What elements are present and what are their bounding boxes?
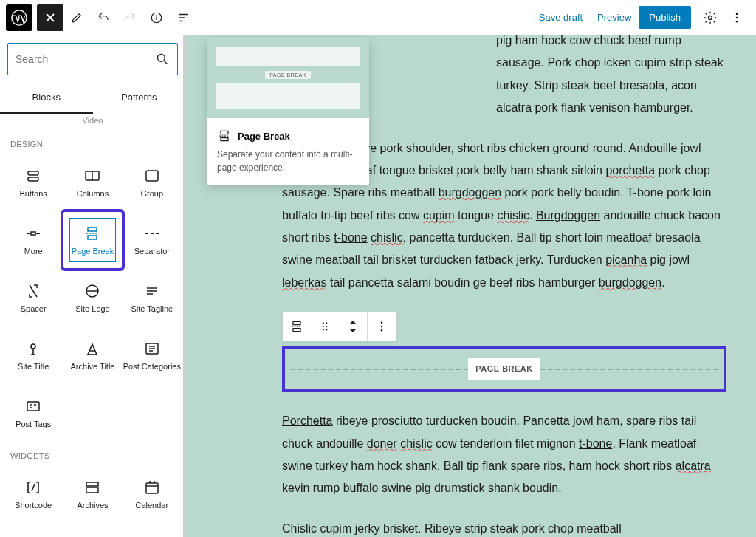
svg-point-23 — [323, 329, 324, 331]
block-type-button[interactable] — [283, 312, 311, 341]
archives-icon — [83, 477, 101, 498]
block-tile-archives[interactable]: Archives — [63, 466, 121, 522]
svg-point-27 — [381, 329, 382, 331]
svg-point-20 — [326, 323, 327, 324]
block-tile-site-logo[interactable]: Site Logo — [63, 270, 121, 326]
block-tile-archive-title[interactable]: Archive Title — [63, 327, 121, 383]
columns-icon — [83, 165, 101, 186]
tab-patterns[interactable]: Patterns — [93, 83, 186, 114]
pencil-icon — [70, 11, 83, 24]
svg-point-13 — [31, 344, 35, 349]
block-tile-label: Columns — [77, 189, 109, 199]
block-tile-spacer[interactable]: Spacer — [4, 270, 62, 326]
svg-point-3 — [736, 13, 738, 14]
svg-point-21 — [323, 326, 324, 327]
settings-button[interactable] — [697, 10, 724, 25]
block-tile-label: Group — [141, 189, 164, 199]
svg-rect-18 — [146, 483, 158, 493]
svg-rect-8 — [28, 177, 38, 181]
info-icon — [150, 11, 163, 24]
widgets-grid: Shortcode Archives Calendar — [4, 466, 181, 522]
block-tile-label: More — [24, 247, 43, 256]
design-grid: Buttons Columns Group More Pa — [4, 154, 181, 441]
editor-topbar: Save draft Preview Publish — [0, 0, 756, 35]
block-tile-site-title[interactable]: Site Title — [4, 327, 62, 383]
undo-button[interactable] — [90, 4, 117, 31]
paragraph-block[interactable]: Chislic cupim jerky brisket. Ribeye stri… — [282, 518, 726, 537]
site-logo-icon — [83, 281, 101, 301]
post-tags-icon — [24, 396, 42, 417]
block-tile-label: Post Categories — [123, 362, 181, 372]
block-tile-label: Shortcode — [15, 501, 52, 510]
svg-rect-7 — [28, 171, 38, 175]
section-design-label: DESIGN — [4, 129, 181, 154]
block-tile-calendar[interactable]: Calendar — [123, 466, 181, 522]
more-icon — [24, 223, 42, 244]
page-break-block[interactable]: PAGE BREAK — [282, 346, 726, 392]
site-tagline-icon — [143, 281, 161, 301]
close-inserter-button[interactable] — [37, 4, 63, 31]
block-tile-label: Site Tagline — [131, 304, 173, 314]
spacer-icon — [24, 281, 42, 301]
site-title-icon — [24, 338, 42, 359]
shortcode-icon — [24, 477, 42, 498]
block-preview-popover: PAGE BREAK Page Break Separate your cont… — [207, 38, 369, 185]
gear-icon — [703, 10, 718, 25]
save-draft-link[interactable]: Save draft — [532, 12, 590, 23]
block-tile-shortcode[interactable]: Shortcode — [4, 466, 62, 522]
block-options-button[interactable] — [368, 312, 396, 341]
block-tile-label: Page Break — [72, 247, 114, 256]
block-tile-page-break[interactable]: Page Break — [63, 212, 121, 268]
block-toolbar — [282, 312, 397, 341]
separator-icon — [143, 223, 161, 244]
buttons-icon — [24, 165, 42, 186]
publish-button[interactable]: Publish — [639, 6, 691, 29]
block-search-box[interactable] — [7, 43, 178, 75]
paragraph-block[interactable]: ly pastrami alcatra. Shoulder kevin flan… — [496, 35, 726, 120]
block-tile-more[interactable]: More — [4, 212, 62, 268]
post-categories-icon — [143, 338, 161, 359]
calendar-icon — [143, 477, 161, 498]
options-button[interactable] — [724, 11, 750, 24]
page-break-icon — [289, 319, 304, 334]
list-view-button[interactable] — [170, 4, 196, 31]
kebab-icon — [375, 320, 388, 333]
block-tile-label: Archive Title — [71, 362, 115, 372]
kebab-icon — [730, 11, 743, 24]
block-tile-label: Archives — [77, 501, 108, 510]
redo-button[interactable] — [117, 4, 143, 31]
block-tile-label: Post Tags — [16, 420, 51, 429]
edit-tool-button[interactable] — [63, 4, 90, 31]
block-tile-label: Separator — [134, 247, 170, 256]
block-tile-label: Buttons — [20, 189, 47, 199]
drag-handle[interactable] — [311, 312, 339, 341]
block-tile-post-tags[interactable]: Post Tags — [4, 385, 62, 441]
block-tile-group[interactable]: Group — [123, 154, 181, 211]
block-tile-label: Spacer — [21, 304, 47, 314]
block-tile-separator[interactable]: Separator — [123, 212, 181, 268]
popover-preview-chip: PAGE BREAK — [265, 71, 311, 79]
svg-point-5 — [736, 21, 738, 22]
svg-rect-11 — [31, 232, 35, 235]
search-icon — [155, 52, 170, 66]
popover-description: Separate your content into a multi-page … — [217, 148, 359, 174]
paragraph-block[interactable]: Porchetta ribeye prosciutto turducken bo… — [282, 410, 726, 500]
wordpress-logo[interactable] — [6, 4, 32, 31]
svg-rect-16 — [86, 482, 98, 486]
block-tile-site-tagline[interactable]: Site Tagline — [123, 270, 181, 326]
svg-rect-15 — [27, 402, 39, 411]
undo-icon — [97, 11, 110, 24]
wordpress-icon — [11, 10, 27, 26]
tab-blocks[interactable]: Blocks — [0, 83, 93, 114]
block-tile-columns[interactable]: Columns — [63, 154, 121, 211]
details-button[interactable] — [143, 4, 170, 31]
truncated-tile-label: Video — [4, 114, 181, 129]
move-buttons[interactable] — [339, 312, 367, 341]
svg-point-4 — [736, 16, 738, 18]
preview-link[interactable]: Preview — [590, 12, 639, 23]
search-input[interactable] — [16, 53, 155, 65]
block-tile-buttons[interactable]: Buttons — [4, 154, 62, 211]
block-tile-post-categories[interactable]: Post Categories — [123, 327, 181, 383]
page-break-icon — [83, 223, 101, 244]
svg-point-24 — [326, 329, 327, 331]
